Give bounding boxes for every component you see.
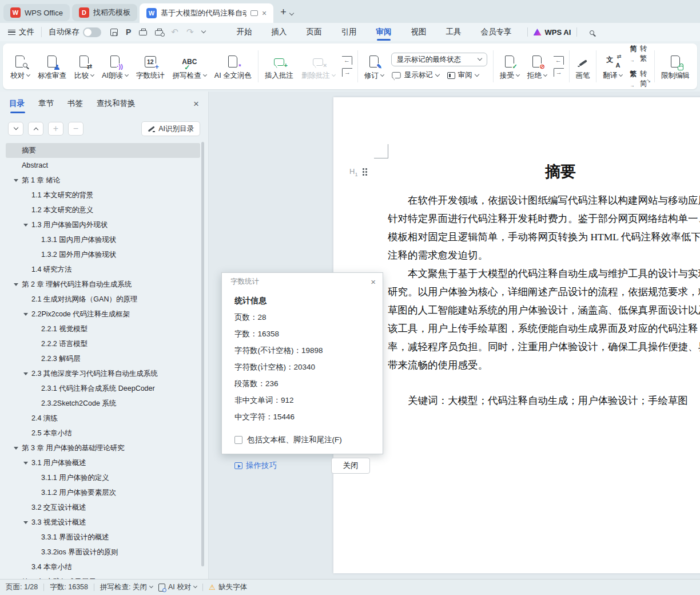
insert-comment-button[interactable]: + 插入批注 [261,48,297,85]
autosave-toggle[interactable] [83,27,101,37]
save-icon[interactable] [110,29,118,36]
next-comment-icon[interactable]: → [342,68,352,77]
print-preview-icon[interactable] [155,30,163,35]
simplified-to-traditional-button[interactable]: 简→ 转繁 [630,44,649,64]
tab-list-chevron-icon[interactable] [289,11,293,15]
menu-tab[interactable]: 引用 [332,23,367,41]
outline-item[interactable]: 1.2 本文研究的意义 [6,203,200,217]
tips-link[interactable]: 操作技巧 [234,461,277,471]
collapse-arrow-icon[interactable] [23,462,28,465]
print-icon[interactable] [139,30,147,35]
standard-review-button[interactable]: 标准审查 [34,48,70,85]
next-change-icon[interactable]: → [554,68,564,77]
track-changes-button[interactable]: ✎ 修订 [360,48,388,85]
dialog-close-icon[interactable]: × [371,277,376,287]
sidebar-tab[interactable]: 书签 [67,98,83,113]
outline-item[interactable]: 1.3 用户体验国内外现状 [6,217,200,232]
outline-item[interactable]: 2.4 演练 [6,411,200,426]
collapse-all-button[interactable] [28,122,43,136]
ai-proofread-status[interactable]: AI 校对 [158,582,197,592]
demote-button[interactable]: − [68,122,83,136]
delete-comment-button[interactable]: × 删除批注 [297,48,339,85]
dialog-header[interactable]: 字数统计 × [222,273,383,290]
proofread-button[interactable]: 校对 [6,48,34,85]
heading-handle[interactable]: H1 [349,167,367,177]
ai-read-aloud-button[interactable]: ·)) AI朗读 [98,48,132,85]
page-indicator[interactable]: 页面: 1/28 [6,582,38,592]
word-count-button[interactable]: 12+ 字数统计 [132,48,169,85]
close-sidebar-icon[interactable]: × [193,98,199,113]
restrict-editing-button[interactable]: 限制编辑 [657,48,694,85]
wps-ai-button[interactable]: WPS AI [534,28,571,37]
collapse-arrow-icon[interactable] [14,179,18,182]
previous-comment-icon[interactable]: ← [342,56,352,65]
missing-font-warning[interactable]: ⚠缺失字体 [209,582,247,592]
menu-tab[interactable]: 视图 [401,23,436,41]
expand-all-button[interactable] [8,122,23,136]
toolbar-more-chevron-icon[interactable] [201,29,205,33]
outline-item[interactable]: 3.3.1 界面设计的概述 [6,530,200,545]
outline-item[interactable]: 1.3.1 国内用户体验现状 [6,232,200,247]
show-markup-button[interactable]: 显示标记 [391,70,439,80]
drag-handle-icon[interactable] [363,168,367,176]
compare-button[interactable]: ⇄ 比较 [70,48,98,85]
export-pdf-icon[interactable]: P [126,27,131,37]
outline-item[interactable]: 3.1 用户体验概述 [6,455,200,470]
collapse-arrow-icon[interactable] [23,224,28,227]
tab-docer-templates[interactable]: D 找稻壳模板 [72,4,137,21]
outline-item[interactable]: 2.3 其他深度学习代码注释自动生成系统 [6,366,200,381]
review-pane-button[interactable]: 审阅 [447,70,479,80]
new-tab-button[interactable]: + [280,6,287,18]
menu-tab[interactable]: 会员专享 [471,23,522,41]
sidebar-tab[interactable]: 目录 [9,98,25,113]
outline-item[interactable]: 2.2.1 视觉模型 [6,322,200,336]
outline-item[interactable]: 2.2.2 语言模型 [6,336,200,351]
outline-item[interactable]: Abstract [6,158,200,173]
collapse-arrow-icon[interactable] [14,283,18,286]
sidebar-tab[interactable]: 章节 [38,98,54,113]
ai-recognize-outline-button[interactable]: AI识别目录 [141,121,200,136]
outline-item[interactable]: 3.4 本章小结 [6,560,200,574]
previous-change-icon[interactable]: ← [554,56,564,65]
promote-button[interactable]: + [48,122,63,136]
collapse-arrow-icon[interactable] [23,313,28,316]
outline-item[interactable]: 2.1 生成对抗网络（GAN）的原理 [6,292,200,307]
word-count-indicator[interactable]: 字数: 16358 [50,582,88,592]
file-menu-button[interactable]: 文件 [0,27,42,37]
menu-tab[interactable]: 审阅 [367,23,401,41]
outline-item[interactable]: 3.2 交互设计概述 [6,500,200,515]
tab-wps-office[interactable]: W WPS Office [3,4,70,21]
outline-item[interactable]: 2.3.1 代码注释合成系统 DeepCoder [6,381,200,396]
sidebar-scrollbar[interactable] [201,142,204,566]
document-page[interactable]: H1 摘要 在软件开发领域，依据设计图纸编写代码注释以构建网站与移动应用是常见针… [333,97,700,573]
undo-icon[interactable]: ↶ [171,27,178,37]
outline-item[interactable]: 2.3.2Sketch2Code 系统 [6,396,200,411]
autosave-control[interactable]: 自动保存 [49,27,101,37]
outline-item[interactable]: 摘要 [6,143,200,158]
outline-item[interactable]: 3.3.2ios 界面设计的原则 [6,545,200,560]
outline-item[interactable]: 3.3 视觉设计概述 [6,515,200,530]
outline-item[interactable]: 2.5 本章小结 [6,426,200,441]
reject-button[interactable]: ⊘ 拒绝 [523,48,551,85]
menu-tab[interactable]: 页面 [297,23,332,41]
sidebar-tab[interactable]: 查找和替换 [97,98,136,113]
spell-check-button[interactable]: ABC✓ 拼写检查 [169,48,210,85]
close-button[interactable]: 关闭 [331,458,370,474]
collapse-arrow-icon[interactable] [14,447,18,450]
close-tab-icon[interactable]: × [262,9,267,17]
redo-icon[interactable]: ↷ [186,27,194,37]
search-button[interactable] [590,28,594,37]
outline-item[interactable]: 第 2 章 理解代码注释自动生成系统 [6,277,200,292]
accept-button[interactable]: ✓ 接受 [496,48,523,85]
outline-item[interactable]: 1.3.2 国外用户体验现状 [6,247,200,262]
menu-tab[interactable]: 开始 [227,23,262,41]
outline-item[interactable]: 2.2.3 解码层 [6,351,200,366]
menu-tab[interactable]: 工具 [436,23,471,41]
traditional-to-simplified-button[interactable]: 繁→ 转简 [630,69,649,89]
outline-item[interactable]: 1.1 本文研究的背景 [6,188,200,203]
markup-state-select[interactable]: 显示标记的最终状态 [391,53,487,66]
checkbox-icon[interactable] [234,436,242,444]
collapse-arrow-icon[interactable] [23,521,28,524]
group-expand-icon[interactable]: ↘ [647,78,651,84]
include-footnotes-checkbox-row[interactable]: 包括文本框、脚注和尾注(F) [234,435,370,445]
